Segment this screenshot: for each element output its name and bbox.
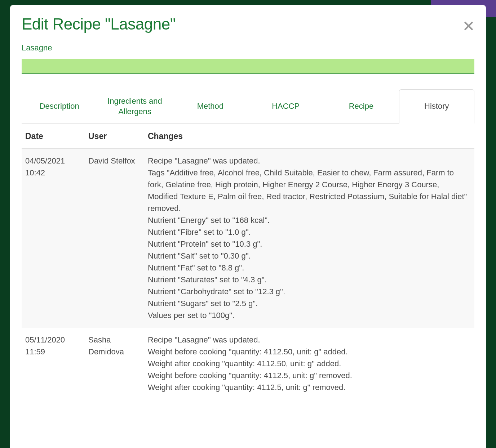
change-line: Recipe "Lasagne" was updated. bbox=[148, 155, 471, 167]
header-changes: Changes bbox=[144, 124, 474, 149]
history-table-container: Date User Changes 04/05/2021 10:42David … bbox=[22, 124, 474, 400]
change-line: Weight after cooking "quantity: 4112.5, … bbox=[148, 381, 471, 393]
change-line: Values per set to "100g". bbox=[148, 309, 471, 321]
tab-haccp[interactable]: HACCP bbox=[248, 89, 323, 123]
modal-header: Edit Recipe "Lasagne" bbox=[10, 5, 486, 33]
edit-recipe-modal: Edit Recipe "Lasagne" Lasagne Descriptio… bbox=[10, 5, 486, 448]
change-line: Nutrient "Salt" set to "0.30 g". bbox=[148, 250, 471, 262]
change-line: Nutrient "Saturates" set to "4.3 g". bbox=[148, 274, 471, 286]
tab-recipe[interactable]: Recipe bbox=[323, 89, 399, 123]
cell-changes: Recipe "Lasagne" was updated.Tags "Addit… bbox=[144, 149, 474, 328]
change-line: Weight after cooking "quantity: 4112.50,… bbox=[148, 358, 471, 369]
change-line: Recipe "Lasagne" was updated. bbox=[148, 334, 471, 346]
header-date: Date bbox=[22, 124, 85, 149]
change-line: Nutrient "Protein" set to "10.3 g". bbox=[148, 238, 471, 250]
tab-ingredients-allergens[interactable]: Ingredients and Allergens bbox=[97, 89, 172, 123]
change-line: Nutrient "Sugars" set to "2.5 g". bbox=[148, 297, 471, 309]
tabs-container: Description Ingredients and Allergens Me… bbox=[22, 89, 474, 124]
notice-bar bbox=[22, 59, 474, 74]
header-user: User bbox=[85, 124, 144, 149]
change-line: Nutrient "Fibre" set to "1.0 g". bbox=[148, 226, 471, 238]
cell-changes: Recipe "Lasagne" was updated.Weight befo… bbox=[144, 328, 474, 400]
change-line: Nutrient "Energy" set to "168 kcal". bbox=[148, 214, 471, 226]
tab-method[interactable]: Method bbox=[173, 89, 248, 123]
tab-description[interactable]: Description bbox=[22, 89, 97, 123]
cell-user: Sasha Demidova bbox=[85, 328, 144, 400]
tab-history[interactable]: History bbox=[399, 89, 474, 124]
change-line: Weight before cooking "quantity: 4112.50… bbox=[148, 346, 471, 358]
cell-user: David Stelfox bbox=[85, 149, 144, 328]
breadcrumb: Lasagne bbox=[10, 33, 486, 55]
table-row: 05/11/2020 11:59Sasha DemidovaRecipe "La… bbox=[22, 328, 474, 400]
change-line: Weight before cooking "quantity: 4112.5,… bbox=[148, 369, 471, 381]
change-line: Tags "Additive free, Alcohol free, Child… bbox=[148, 167, 471, 214]
close-icon[interactable] bbox=[463, 20, 474, 32]
modal-title: Edit Recipe "Lasagne" bbox=[22, 15, 474, 33]
change-line: Nutrient "Fat" set to "8.8 g". bbox=[148, 262, 471, 274]
cell-date: 05/11/2020 11:59 bbox=[22, 328, 85, 400]
breadcrumb-link[interactable]: Lasagne bbox=[22, 43, 52, 52]
table-row: 04/05/2021 10:42David StelfoxRecipe "Las… bbox=[22, 149, 474, 328]
history-table: Date User Changes 04/05/2021 10:42David … bbox=[22, 124, 474, 400]
cell-date: 04/05/2021 10:42 bbox=[22, 149, 85, 328]
change-line: Nutrient "Carbohydrate" set to "12.3 g". bbox=[148, 286, 471, 297]
